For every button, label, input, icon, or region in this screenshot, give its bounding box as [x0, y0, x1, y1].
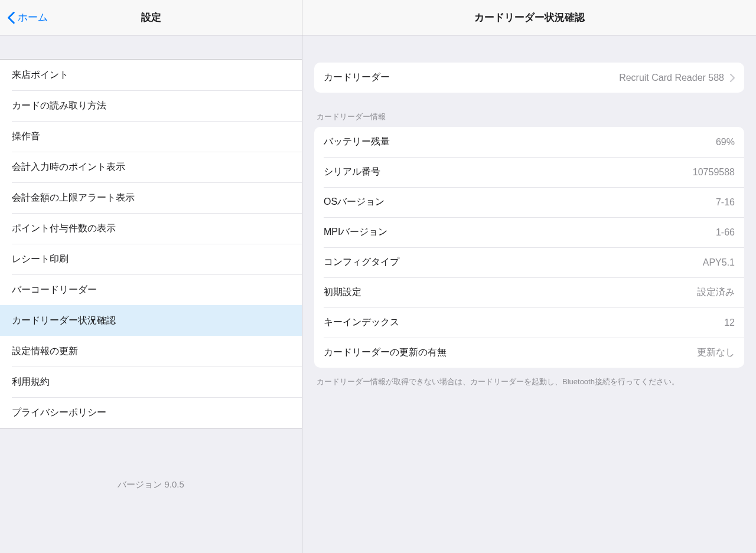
settings-master-panel: ホーム 設定 来店ポイント カードの読み取り方法 操作音 会計入力時のポイント表… [0, 0, 302, 553]
sidebar-item-terms[interactable]: 利用規約 [0, 367, 302, 397]
info-label: キーインデックス [324, 316, 724, 329]
sidebar-item-card-read-method[interactable]: カードの読み取り方法 [0, 90, 302, 121]
reader-select-cell[interactable]: カードリーダー Recruit Card Reader 588 [314, 63, 744, 93]
info-label: バッテリー残量 [324, 136, 716, 148]
sidebar-item-label: ポイント付与件数の表示 [12, 222, 116, 235]
sidebar-item-points-at-checkout[interactable]: 会計入力時のポイント表示 [0, 152, 302, 182]
sidebar-item-receipt-print[interactable]: レシート印刷 [0, 244, 302, 274]
sidebar-item-label: レシート印刷 [12, 253, 69, 266]
info-row-mpi-version: MPIバージョン 1-66 [314, 217, 744, 247]
info-row-key-index: キーインデックス 12 [314, 307, 744, 338]
info-row-update-available: カードリーダーの更新の有無 更新なし [314, 338, 744, 368]
reader-info-list: バッテリー残量 69% シリアル番号 10759588 OSバージョン 7-16… [314, 127, 744, 368]
chevron-right-icon [730, 74, 735, 82]
reader-select-list: カードリーダー Recruit Card Reader 588 [314, 63, 744, 93]
sidebar-item-update-settings[interactable]: 設定情報の更新 [0, 336, 302, 367]
detail-title: カードリーダー状況確認 [302, 11, 756, 24]
info-label: OSバージョン [324, 196, 716, 208]
info-value: 設定済み [697, 286, 735, 299]
sidebar-item-label: 設定情報の更新 [12, 345, 78, 358]
info-row-os-version: OSバージョン 7-16 [314, 187, 744, 217]
sidebar-group: 来店ポイント カードの読み取り方法 操作音 会計入力時のポイント表示 会計金額の… [0, 59, 302, 428]
sidebar-item-label: 会計入力時のポイント表示 [12, 161, 125, 174]
info-row-initial-setup: 初期設定 設定済み [314, 277, 744, 307]
sidebar-item-label: 会計金額の上限アラート表示 [12, 192, 135, 204]
info-label: コンフィグタイプ [324, 256, 703, 269]
reader-select-label: カードリーダー [324, 71, 619, 84]
info-value: 10759588 [693, 167, 735, 178]
version-label: バージョン 9.0.5 [0, 428, 302, 490]
info-label: シリアル番号 [324, 166, 693, 178]
sidebar-item-label: 来店ポイント [12, 69, 69, 81]
sidebar-item-label: 利用規約 [12, 376, 50, 388]
sidebar-item-privacy[interactable]: プライバシーポリシー [0, 397, 302, 428]
info-value: 69% [716, 137, 735, 148]
sidebar-item-barcode-reader[interactable]: バーコードリーダー [0, 274, 302, 305]
info-row-config-type: コンフィグタイプ APY5.1 [314, 247, 744, 277]
reader-info-header: カードリーダー情報 [314, 93, 744, 127]
chevron-left-icon [7, 11, 15, 24]
info-value: 1-66 [716, 227, 735, 238]
info-label: カードリーダーの更新の有無 [324, 346, 697, 359]
sidebar-item-label: バーコードリーダー [12, 284, 97, 296]
info-label: MPIバージョン [324, 226, 716, 238]
master-scroll[interactable]: 来店ポイント カードの読み取り方法 操作音 会計入力時のポイント表示 会計金額の… [0, 35, 302, 553]
settings-detail-panel: カードリーダー状況確認 カードリーダー Recruit Card Reader … [302, 0, 756, 553]
info-value: 7-16 [716, 197, 735, 208]
detail-scroll[interactable]: カードリーダー Recruit Card Reader 588 カードリーダー情… [302, 35, 756, 553]
sidebar-item-card-reader-status[interactable]: カードリーダー状況確認 [0, 305, 302, 336]
back-button[interactable]: ホーム [7, 11, 48, 24]
info-value: 更新なし [697, 346, 735, 359]
info-row-serial: シリアル番号 10759588 [314, 157, 744, 187]
reader-info-footer-note: カードリーダー情報が取得できない場合は、カードリーダーを起動し、Bluetoot… [314, 368, 744, 388]
sidebar-item-label: 操作音 [12, 130, 40, 143]
sidebar-item-point-grant-count[interactable]: ポイント付与件数の表示 [0, 213, 302, 244]
info-row-battery: バッテリー残量 69% [314, 127, 744, 157]
sidebar-item-visit-points[interactable]: 来店ポイント [0, 60, 302, 90]
sidebar-item-sound[interactable]: 操作音 [0, 121, 302, 152]
info-label: 初期設定 [324, 286, 697, 299]
info-value: 12 [724, 318, 735, 328]
sidebar-item-amount-alert[interactable]: 会計金額の上限アラート表示 [0, 182, 302, 213]
back-label: ホーム [18, 11, 48, 24]
sidebar-item-label: カードリーダー状況確認 [12, 315, 116, 327]
reader-select-value: Recruit Card Reader 588 [619, 73, 724, 83]
detail-navbar: カードリーダー状況確認 [302, 0, 756, 35]
sidebar-item-label: カードの読み取り方法 [12, 100, 106, 112]
sidebar-item-label: プライバシーポリシー [12, 407, 106, 419]
info-value: APY5.1 [703, 257, 735, 268]
master-navbar: ホーム 設定 [0, 0, 302, 35]
